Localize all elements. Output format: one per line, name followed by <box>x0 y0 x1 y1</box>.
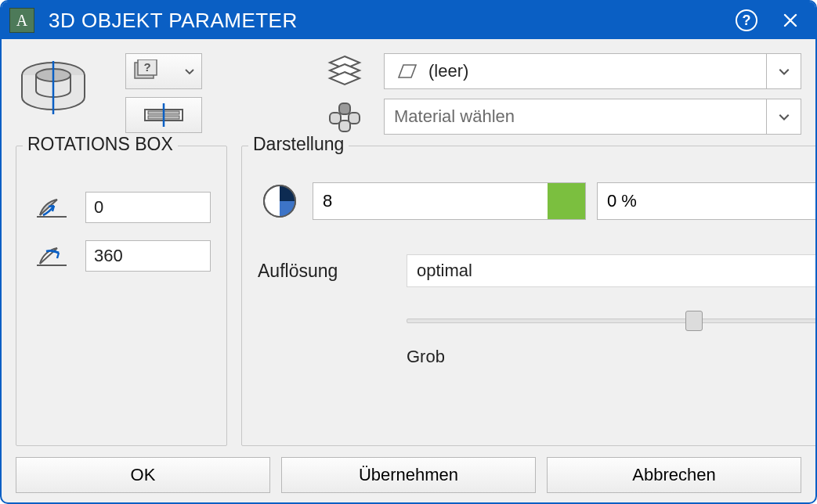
smoothing-percent-input[interactable] <box>598 183 817 219</box>
material-icon <box>321 100 368 133</box>
smoothing-percent-box <box>597 182 817 220</box>
smoothing-icon <box>258 179 302 223</box>
angle-start-input[interactable] <box>85 192 211 223</box>
svg-text:?: ? <box>143 60 150 74</box>
parallelogram-icon <box>394 62 418 81</box>
angle-start-icon <box>32 192 71 223</box>
chevron-down-icon <box>766 99 801 134</box>
layer-selected-label: (leer) <box>428 61 468 81</box>
slider-thumb[interactable] <box>685 311 703 331</box>
material-dropdown[interactable]: Material wählen <box>384 99 801 135</box>
resolution-label: Auflösung <box>258 261 407 282</box>
dialog-window: 3D OBJEKT PARAMETER ? <box>0 0 817 504</box>
cancel-button[interactable]: Abbrechen <box>547 457 801 493</box>
resolution-dropdown[interactable]: optimal <box>407 254 817 287</box>
angle-end-input[interactable] <box>85 240 211 272</box>
display-group: Darstellung <box>241 146 817 446</box>
object-preview-icon <box>16 53 110 135</box>
style-picker-button[interactable]: ? <box>125 53 202 89</box>
layer-dropdown[interactable]: (leer) <box>384 53 801 89</box>
rotation-box-legend: ROTATIONS BOX <box>23 134 178 155</box>
smoothing-value-input[interactable] <box>313 183 548 219</box>
ok-button[interactable]: OK <box>16 457 270 493</box>
apply-button[interactable]: Übernehmen <box>281 457 536 493</box>
slider-track <box>407 319 817 323</box>
section-view-button[interactable] <box>125 97 202 133</box>
svg-rect-13 <box>339 121 350 131</box>
display-legend: Darstellung <box>248 134 349 155</box>
layers-icon <box>321 55 368 88</box>
help-icon[interactable]: ? <box>736 9 757 31</box>
slider-min-label: Grob <box>407 347 445 367</box>
close-icon[interactable] <box>779 9 801 31</box>
material-placeholder: Material wählen <box>394 106 515 127</box>
chevron-down-icon <box>766 54 801 88</box>
angle-end-icon <box>32 240 71 272</box>
resolution-slider[interactable] <box>407 311 817 333</box>
titlebar: 3D OBJEKT PARAMETER ? <box>2 2 815 39</box>
smoothing-apply-button[interactable] <box>548 183 585 219</box>
app-icon <box>9 8 34 33</box>
window-title: 3D OBJEKT PARAMETER <box>49 9 736 33</box>
rotation-box-group: ROTATIONS BOX <box>16 146 227 446</box>
resolution-selected: optimal <box>417 261 472 281</box>
smoothing-value-box <box>313 182 586 220</box>
svg-rect-10 <box>339 103 350 114</box>
